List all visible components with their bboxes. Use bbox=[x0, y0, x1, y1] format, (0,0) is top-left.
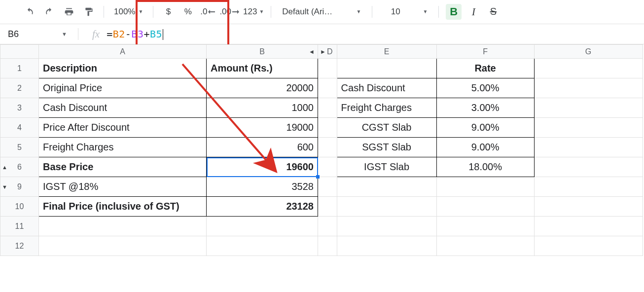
cell-F3[interactable]: 3.00% bbox=[436, 98, 534, 118]
cell-value: 600 bbox=[297, 142, 314, 152]
cell-G10[interactable] bbox=[534, 197, 643, 217]
row-header-11[interactable]: 11 bbox=[0, 217, 39, 236]
bold-button[interactable]: B bbox=[446, 4, 462, 20]
cell-F9[interactable] bbox=[436, 177, 534, 197]
column-header-D[interactable]: ►D bbox=[318, 45, 337, 59]
row-header-4[interactable]: 4 bbox=[0, 118, 39, 138]
print-button[interactable] bbox=[61, 4, 77, 20]
cell-A2[interactable]: Original Price bbox=[39, 78, 207, 98]
cell-D3[interactable] bbox=[318, 98, 337, 118]
font-size-dropdown[interactable]: 10 ▼ bbox=[379, 4, 431, 20]
italic-button[interactable]: I bbox=[465, 4, 481, 20]
cell-F5[interactable]: 9.00% bbox=[436, 138, 534, 157]
strikethrough-button[interactable]: S bbox=[485, 4, 501, 20]
cell-F1[interactable]: Rate bbox=[436, 59, 534, 78]
percent-button[interactable]: % bbox=[180, 4, 196, 20]
zoom-dropdown[interactable]: 100% ▼ bbox=[111, 7, 146, 17]
cell-F10[interactable] bbox=[436, 197, 534, 217]
cell-F2[interactable]: 5.00% bbox=[436, 78, 534, 98]
row-header-10[interactable]: 10 bbox=[0, 197, 39, 217]
cell-B9[interactable]: 3528 bbox=[207, 177, 318, 197]
cell-G6[interactable] bbox=[534, 157, 643, 177]
cell-F4[interactable]: 9.00% bbox=[436, 118, 534, 138]
cell-G12[interactable] bbox=[534, 236, 643, 256]
column-header-F[interactable]: F bbox=[436, 45, 534, 59]
select-all-corner[interactable] bbox=[0, 45, 39, 59]
cell-B1[interactable]: Amount (Rs.) bbox=[207, 59, 318, 78]
row-header-2[interactable]: 2 bbox=[0, 78, 39, 98]
formula-input[interactable]: =B2-B3+B5 bbox=[107, 28, 163, 40]
cell-E3[interactable]: Freight Charges bbox=[337, 98, 436, 118]
cell-D9[interactable] bbox=[318, 177, 337, 197]
row-header-5[interactable]: 5 bbox=[0, 138, 39, 157]
cell-G9[interactable] bbox=[534, 177, 643, 197]
cell-A5[interactable]: Freight Charges bbox=[39, 138, 207, 157]
row-header-9[interactable]: ▼9 bbox=[0, 177, 39, 197]
cell-G3[interactable] bbox=[534, 98, 643, 118]
row-label: 10 bbox=[15, 202, 24, 211]
currency-button[interactable]: $ bbox=[160, 4, 176, 20]
cell-A6[interactable]: Base Price bbox=[39, 157, 207, 177]
row-header-3[interactable]: 3 bbox=[0, 98, 39, 118]
selection-handle[interactable] bbox=[316, 175, 320, 179]
paint-format-button[interactable] bbox=[81, 4, 97, 20]
cell-B6[interactable]: 19600 bbox=[207, 157, 318, 177]
cell-F12[interactable] bbox=[436, 236, 534, 256]
row-label: 1 bbox=[17, 64, 22, 73]
cell-D5[interactable] bbox=[318, 138, 337, 157]
cell-B5[interactable]: 600 bbox=[207, 138, 318, 157]
cell-G5[interactable] bbox=[534, 138, 643, 157]
cell-B2[interactable]: 20000 bbox=[207, 78, 318, 98]
undo-button[interactable] bbox=[22, 4, 37, 20]
cell-D11[interactable] bbox=[318, 217, 337, 236]
cell-A4[interactable]: Price After Discount bbox=[39, 118, 207, 138]
column-header-B[interactable]: B◄ bbox=[207, 45, 318, 59]
cell-E10[interactable] bbox=[337, 197, 436, 217]
cell-E12[interactable] bbox=[337, 236, 436, 256]
cell-A9[interactable]: IGST @18% bbox=[39, 177, 207, 197]
cell-D6[interactable] bbox=[318, 157, 337, 177]
row-header-1[interactable]: 1 bbox=[0, 59, 39, 78]
font-size-label: 10 bbox=[383, 7, 408, 17]
cell-E11[interactable] bbox=[337, 217, 436, 236]
cell-G4[interactable] bbox=[534, 118, 643, 138]
cell-E6[interactable]: IGST Slab bbox=[337, 157, 436, 177]
cell-G1[interactable] bbox=[534, 59, 643, 78]
row-header-12[interactable]: 12 bbox=[0, 236, 39, 256]
cell-E9[interactable] bbox=[337, 177, 436, 197]
cell-D12[interactable] bbox=[318, 236, 337, 256]
cell-A1[interactable]: Description bbox=[39, 59, 207, 78]
cell-A11[interactable] bbox=[39, 217, 207, 236]
cell-D2[interactable] bbox=[318, 78, 337, 98]
cell-F6[interactable]: 18.00% bbox=[436, 157, 534, 177]
cell-D4[interactable] bbox=[318, 118, 337, 138]
increase-decimal-button[interactable]: .00 bbox=[219, 4, 239, 20]
cell-E2[interactable]: Cash Discount bbox=[337, 78, 436, 98]
more-formats-dropdown[interactable]: 123 ▼ bbox=[243, 4, 264, 20]
cell-A12[interactable] bbox=[39, 236, 207, 256]
redo-button[interactable] bbox=[41, 4, 57, 20]
cell-A3[interactable]: Cash Discount bbox=[39, 98, 207, 118]
column-header-G[interactable]: G bbox=[534, 45, 643, 59]
cell-F11[interactable] bbox=[436, 217, 534, 236]
font-family-dropdown[interactable]: Default (Ari… ▼ bbox=[278, 4, 365, 20]
cell-G11[interactable] bbox=[534, 217, 643, 236]
cell-B12[interactable] bbox=[207, 236, 318, 256]
cell-B11[interactable] bbox=[207, 217, 318, 236]
cell-G2[interactable] bbox=[534, 78, 643, 98]
decrease-decimal-button[interactable]: .0 bbox=[200, 4, 215, 20]
font-family-label: Default (Ari… bbox=[282, 7, 346, 17]
cell-A10[interactable]: Final Price (inclusive of GST) bbox=[39, 197, 207, 217]
column-header-A[interactable]: A bbox=[39, 45, 207, 59]
cell-B10[interactable]: 23128 bbox=[207, 197, 318, 217]
cell-E5[interactable]: SGST Slab bbox=[337, 138, 436, 157]
cell-B4[interactable]: 19000 bbox=[207, 118, 318, 138]
row-header-6[interactable]: ▲6 bbox=[0, 157, 39, 177]
name-box[interactable]: B6 ▼ bbox=[4, 26, 71, 42]
cell-B3[interactable]: 1000 bbox=[207, 98, 318, 118]
column-header-E[interactable]: E bbox=[337, 45, 436, 59]
cell-D10[interactable] bbox=[318, 197, 337, 217]
cell-D1[interactable] bbox=[318, 59, 337, 78]
cell-E1[interactable] bbox=[337, 59, 436, 78]
cell-E4[interactable]: CGST Slab bbox=[337, 118, 436, 138]
